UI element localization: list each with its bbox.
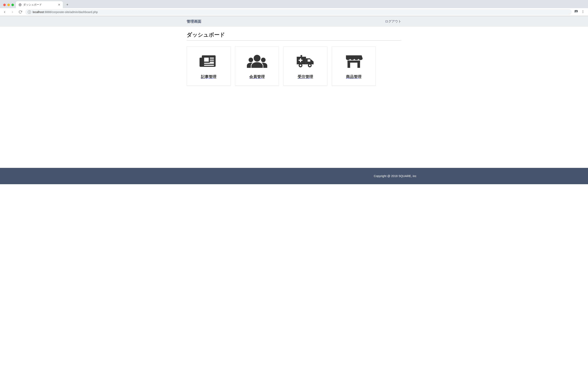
svg-rect-9 (210, 60, 214, 61)
forward-button[interactable] (10, 9, 15, 15)
svg-rect-23 (301, 55, 302, 57)
svg-point-3 (583, 11, 583, 12)
svg-point-13 (254, 55, 260, 62)
card-orders[interactable]: 受注管理 (283, 46, 327, 86)
tab-title: ダッシュボード (23, 3, 56, 7)
admin-header: 管理画面 ログアウト (0, 16, 588, 27)
kebab-menu-icon[interactable] (581, 10, 585, 14)
logout-link[interactable]: ログアウト (385, 19, 401, 24)
svg-point-1 (576, 11, 577, 11)
svg-rect-8 (210, 58, 214, 59)
svg-point-19 (309, 64, 311, 66)
users-icon (247, 53, 267, 69)
card-articles[interactable]: 記事管理 (187, 46, 231, 86)
svg-rect-22 (307, 59, 310, 62)
svg-point-2 (583, 10, 583, 11)
url-path: :8888/corporate-site/admin/dashboard.php (44, 10, 98, 14)
close-icon[interactable]: ✕ (58, 3, 60, 6)
tab-strip: ダッシュボード ✕ + (0, 0, 588, 8)
svg-rect-11 (204, 63, 214, 64)
new-tab-button[interactable]: + (64, 2, 70, 8)
window-controls (2, 4, 16, 8)
dashboard-cards: 記事管理 会員管理 (187, 46, 401, 86)
card-products[interactable]: 商品管理 (332, 46, 376, 86)
site-info-icon[interactable]: i (28, 10, 31, 14)
svg-point-14 (249, 58, 253, 62)
card-label: 商品管理 (346, 74, 362, 79)
url-text: localhost:8888/corporate-site/admin/dash… (33, 10, 98, 14)
svg-rect-26 (347, 60, 360, 63)
card-members[interactable]: 会員管理 (235, 46, 279, 86)
window-close-button[interactable] (3, 4, 6, 6)
admin-brand[interactable]: 管理画面 (187, 19, 201, 24)
globe-icon (18, 3, 22, 6)
svg-point-15 (261, 58, 266, 62)
svg-rect-6 (200, 58, 203, 67)
page-title: ダッシュボード (187, 31, 401, 41)
back-button[interactable] (2, 9, 7, 15)
toolbar-actions (574, 9, 586, 15)
svg-rect-10 (210, 62, 214, 63)
profile-icon[interactable] (574, 9, 578, 15)
page-main: ダッシュボード 記事管理 (186, 27, 402, 168)
store-icon (344, 53, 363, 69)
card-label: 受注管理 (298, 74, 313, 79)
svg-rect-7 (204, 58, 209, 62)
svg-point-17 (300, 64, 301, 66)
window-maximize-button[interactable] (11, 4, 14, 6)
newspaper-icon (200, 53, 218, 69)
card-label: 記事管理 (201, 74, 216, 79)
copyright-text: Copyright @ 2018 SQUARE, inc (374, 175, 416, 178)
ambulance-icon (296, 53, 315, 69)
url-host: localhost (33, 10, 44, 14)
browser-tab[interactable]: ダッシュボード ✕ (16, 1, 63, 8)
browser-chrome: ダッシュボード ✕ + i localhost:8888/corporate-s… (0, 0, 588, 16)
svg-rect-12 (204, 65, 214, 66)
window-minimize-button[interactable] (7, 4, 10, 6)
browser-toolbar: i localhost:8888/corporate-site/admin/da… (0, 8, 588, 16)
card-label: 会員管理 (249, 74, 265, 79)
page-viewport: 管理画面 ログアウト ダッシュボード (0, 16, 588, 184)
svg-rect-21 (298, 60, 302, 61)
address-bar[interactable]: i localhost:8888/corporate-site/admin/da… (25, 9, 572, 15)
reload-button[interactable] (18, 9, 23, 15)
page-footer: Copyright @ 2018 SQUARE, inc (0, 168, 588, 184)
svg-point-4 (583, 12, 583, 13)
